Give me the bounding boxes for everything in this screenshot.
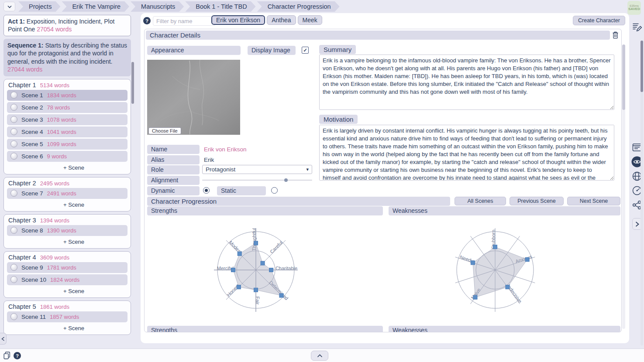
- character-tab[interactable]: Erik von Erikson: [211, 15, 265, 25]
- all-scenes-button[interactable]: All Scenes: [455, 197, 506, 205]
- chapter-header[interactable]: Chapter 2 2495 words: [4, 178, 131, 188]
- scene-name: Scene 10: [21, 277, 46, 283]
- radar-point[interactable]: [231, 268, 235, 272]
- character-tab[interactable]: Meek: [298, 15, 322, 25]
- radar-point[interactable]: [238, 252, 241, 256]
- scene-drag-handle[interactable]: [10, 140, 17, 147]
- scene-item[interactable]: Scene 9 1781 words: [7, 262, 127, 273]
- radar-point[interactable]: [493, 245, 497, 249]
- chapter-card[interactable]: Chapter 2 2495 words Scene 7 2491 words …: [3, 177, 131, 212]
- alias-input[interactable]: [202, 155, 315, 164]
- motivation-textarea[interactable]: Erik is largely driven by constant inter…: [319, 125, 614, 181]
- nav-dropdown-button[interactable]: [3, 2, 15, 11]
- breadcrumb-item[interactable]: Book 1 - Title TBD: [185, 1, 255, 12]
- scene-drag-handle[interactable]: [10, 313, 17, 320]
- chapter-header[interactable]: Chapter 1 5134 words: [4, 79, 131, 90]
- window-scrollbar-thumb[interactable]: [641, 41, 643, 92]
- choose-file-button[interactable]: Choose File: [148, 127, 181, 134]
- summary-label: Summary: [319, 45, 356, 54]
- main-panel: ? Erik von EriksonAntheaMeek Create Char…: [141, 13, 629, 343]
- scene-list: Scene 11 1857 words: [4, 311, 131, 324]
- character-details-header: Character Details: [146, 31, 610, 40]
- static-radio[interactable]: [271, 187, 278, 194]
- chapter-header[interactable]: Chapter 5 1861 words: [4, 301, 131, 311]
- add-scene-button[interactable]: + Scene: [61, 164, 87, 171]
- scene-drag-handle[interactable]: [10, 153, 17, 160]
- sidebar-collapse-button[interactable]: [0, 333, 7, 345]
- character-tab[interactable]: Anthea: [267, 15, 296, 25]
- scene-drag-handle[interactable]: [10, 128, 17, 135]
- breadcrumb-item[interactable]: Manuscripts: [131, 1, 184, 12]
- alignment-slider[interactable]: [202, 176, 312, 184]
- add-scene-button[interactable]: + Scene: [61, 287, 87, 295]
- scene-drag-handle[interactable]: [10, 264, 17, 271]
- scene-name: Scene 2: [21, 104, 43, 111]
- expand-panel-button[interactable]: [311, 351, 328, 361]
- scene-item[interactable]: Scene 2 78 words: [7, 102, 127, 113]
- radar-point[interactable]: [269, 268, 273, 272]
- chapter-card[interactable]: Chapter 5 1861 words Scene 11 1857 words…: [3, 301, 131, 335]
- chapter-card[interactable]: Chapter 1 5134 words Scene 1 1834 words …: [3, 79, 131, 174]
- scene-item[interactable]: Scene 4 1041 words: [7, 126, 127, 137]
- radar-point[interactable]: [506, 285, 510, 289]
- breadcrumb-item[interactable]: Erik The Vampire: [62, 1, 129, 12]
- add-scene-button[interactable]: + Scene: [61, 201, 87, 208]
- scene-item[interactable]: Scene 10 1824 words: [7, 274, 127, 285]
- chapter-card[interactable]: Chapter 3 1394 words Scene 8 1390 words …: [3, 214, 131, 249]
- add-scene-button[interactable]: + Scene: [61, 238, 87, 246]
- summary-textarea[interactable]: Erik is a vampire belonging to the infam…: [319, 55, 614, 110]
- chapter-title: Chapter 5: [8, 303, 36, 310]
- previous-scene-button[interactable]: Previous Scene: [510, 197, 564, 205]
- scene-drag-handle[interactable]: [10, 190, 17, 197]
- scene-drag-handle[interactable]: [10, 104, 17, 111]
- help-icon[interactable]: ?: [143, 17, 151, 24]
- scene-item[interactable]: Scene 11 1857 words: [7, 311, 127, 322]
- chapter-card[interactable]: Chapter 4 3609 words Scene 9 1781 words …: [3, 251, 131, 298]
- help-icon-bottom[interactable]: ?: [14, 352, 21, 359]
- compose-icon[interactable]: [631, 21, 643, 32]
- strengths-header-next: Strengths: [147, 326, 383, 332]
- breadcrumb-item[interactable]: Character Progression: [257, 1, 340, 12]
- delete-character-button[interactable]: [612, 31, 620, 39]
- filter-input[interactable]: [153, 16, 216, 26]
- scene-list: Scene 1 1834 words Scene 2 78 words Scen…: [4, 90, 131, 163]
- scene-item[interactable]: Scene 5 1099 words: [7, 139, 127, 150]
- scene-name: Scene 3: [21, 116, 43, 123]
- next-scene-button[interactable]: Next Scene: [567, 197, 620, 205]
- name-input[interactable]: [202, 145, 315, 154]
- scene-drag-handle[interactable]: [10, 116, 17, 123]
- scene-item[interactable]: Scene 7 2491 words: [7, 188, 127, 199]
- radar-point[interactable]: [279, 294, 283, 297]
- alignment-slider-thumb[interactable]: [284, 178, 288, 182]
- scene-item[interactable]: Scene 1 1834 words: [7, 90, 127, 101]
- chapter-header[interactable]: Chapter 3 1394 words: [4, 215, 131, 225]
- radar-point[interactable]: [473, 295, 477, 299]
- radar-point[interactable]: [261, 261, 265, 265]
- scene-drag-handle[interactable]: [10, 227, 17, 234]
- act-card[interactable]: Act 1: Exposition, Inciting Incident, Pl…: [3, 15, 131, 36]
- radar-point[interactable]: [254, 288, 258, 292]
- sequence-card[interactable]: Sequence 1: Starts by describing the sta…: [3, 39, 131, 76]
- copy-button[interactable]: [3, 351, 11, 360]
- scene-word-count: 1857 words: [50, 314, 79, 320]
- role-select[interactable]: Protagonist ▾: [202, 165, 312, 174]
- breadcrumb-item[interactable]: Projects: [18, 1, 60, 12]
- sidebar-scrollbar-thumb[interactable]: [131, 62, 134, 104]
- scene-item[interactable]: Scene 8 1390 words: [7, 225, 127, 236]
- scene-drag-handle[interactable]: [10, 92, 17, 99]
- chapter-header[interactable]: Chapter 4 3609 words: [4, 252, 131, 262]
- scene-drag-handle[interactable]: [10, 276, 17, 283]
- panel-scrollbar[interactable]: [622, 44, 625, 329]
- dynamic-radio[interactable]: [203, 187, 210, 194]
- radar-point[interactable]: [471, 261, 475, 265]
- display-image-checkbox[interactable]: [302, 47, 309, 54]
- radar-point[interactable]: [254, 241, 258, 245]
- window-scrollbar[interactable]: [641, 41, 643, 345]
- panel-scrollbar-thumb[interactable]: [622, 44, 625, 110]
- radar-point[interactable]: [237, 285, 241, 289]
- add-scene-button[interactable]: + Scene: [61, 324, 87, 332]
- scene-item[interactable]: Scene 3 1078 words: [7, 114, 127, 125]
- radar-point[interactable]: [525, 258, 529, 262]
- scene-item[interactable]: Scene 6 9 words: [7, 151, 127, 162]
- create-character-button[interactable]: Create Character: [573, 16, 625, 25]
